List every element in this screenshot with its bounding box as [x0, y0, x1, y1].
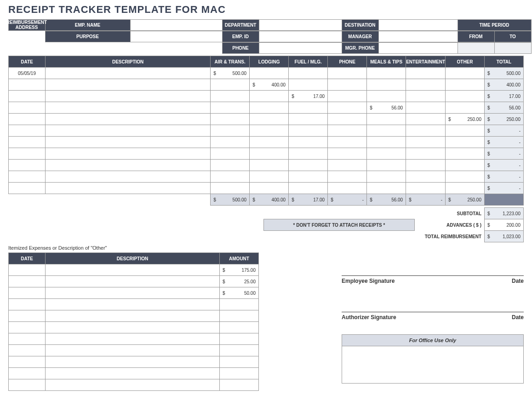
cell-description[interactable] [46, 102, 211, 114]
cell-amount[interactable]: $50.00 [220, 287, 259, 299]
cell-date[interactable] [9, 333, 46, 345]
cell-fuel[interactable] [289, 183, 328, 194]
cell-lodging[interactable] [250, 68, 289, 79]
cell-ent[interactable] [406, 125, 446, 137]
cell-description[interactable] [46, 79, 211, 91]
input-department[interactable] [259, 19, 342, 31]
cell-amount[interactable] [220, 345, 259, 356]
cell-ent[interactable] [406, 91, 446, 102]
cell-air[interactable] [211, 171, 250, 183]
value-advances[interactable]: $200.00 [485, 219, 524, 231]
cell-lodging[interactable] [250, 160, 289, 171]
cell-air[interactable] [211, 183, 250, 194]
cell-meals[interactable] [367, 91, 406, 102]
cell-date[interactable] [9, 310, 46, 322]
input-mgr-phone[interactable] [378, 42, 458, 54]
cell-phone[interactable] [328, 183, 367, 194]
cell-description[interactable] [46, 264, 220, 276]
cell-other[interactable]: $250.00 [446, 114, 485, 125]
cell-amount[interactable] [220, 356, 259, 368]
cell-ent[interactable] [406, 137, 446, 148]
cell-date[interactable] [9, 299, 46, 310]
cell-other[interactable] [446, 102, 485, 114]
cell-date[interactable] [9, 171, 46, 183]
cell-meals[interactable] [367, 79, 406, 91]
cell-date[interactable] [9, 102, 46, 114]
cell-description[interactable] [46, 125, 211, 137]
cell-ent[interactable] [406, 148, 446, 160]
cell-date[interactable] [9, 114, 46, 125]
cell-date[interactable] [9, 264, 46, 276]
cell-other[interactable] [446, 183, 485, 194]
cell-meals[interactable] [367, 114, 406, 125]
cell-date[interactable] [9, 356, 46, 368]
cell-description[interactable] [46, 160, 211, 171]
cell-date[interactable] [9, 345, 46, 356]
cell-phone[interactable] [328, 91, 367, 102]
cell-other[interactable] [446, 125, 485, 137]
cell-date[interactable] [9, 276, 46, 287]
cell-lodging[interactable] [250, 148, 289, 160]
cell-description[interactable] [46, 379, 220, 391]
cell-air[interactable]: $500.00 [211, 68, 250, 79]
cell-description[interactable] [46, 345, 220, 356]
cell-ent[interactable] [406, 171, 446, 183]
cell-date[interactable] [9, 368, 46, 379]
cell-air[interactable] [211, 102, 250, 114]
cell-amount[interactable] [220, 322, 259, 333]
cell-air[interactable] [211, 160, 250, 171]
cell-meals[interactable]: $56.00 [367, 102, 406, 114]
cell-description[interactable] [46, 183, 211, 194]
cell-lodging[interactable] [250, 91, 289, 102]
cell-meals[interactable] [367, 148, 406, 160]
cell-phone[interactable] [328, 160, 367, 171]
cell-description[interactable] [46, 171, 211, 183]
cell-phone[interactable] [328, 137, 367, 148]
cell-ent[interactable] [406, 79, 446, 91]
cell-meals[interactable] [367, 137, 406, 148]
cell-amount[interactable] [220, 368, 259, 379]
cell-description[interactable] [46, 322, 220, 333]
cell-lodging[interactable] [250, 114, 289, 125]
cell-phone[interactable] [328, 114, 367, 125]
cell-fuel[interactable] [289, 102, 328, 114]
cell-description[interactable] [46, 333, 220, 345]
office-use-body[interactable] [342, 346, 523, 383]
cell-description[interactable] [46, 368, 220, 379]
cell-ent[interactable] [406, 68, 446, 79]
cell-lodging[interactable] [250, 171, 289, 183]
cell-air[interactable] [211, 91, 250, 102]
cell-other[interactable] [446, 91, 485, 102]
cell-lodging[interactable] [250, 102, 289, 114]
cell-description[interactable] [46, 310, 220, 322]
cell-ent[interactable] [406, 102, 446, 114]
cell-phone[interactable] [328, 125, 367, 137]
cell-lodging[interactable]: $400.00 [250, 79, 289, 91]
cell-description[interactable] [46, 114, 211, 125]
input-from-date[interactable] [458, 42, 495, 54]
cell-description[interactable] [46, 68, 211, 79]
cell-air[interactable] [211, 125, 250, 137]
cell-lodging[interactable] [250, 183, 289, 194]
cell-description[interactable] [46, 356, 220, 368]
cell-meals[interactable] [367, 160, 406, 171]
cell-amount[interactable]: $25.00 [220, 276, 259, 287]
cell-lodging[interactable] [250, 137, 289, 148]
cell-ent[interactable] [406, 183, 446, 194]
cell-fuel[interactable] [289, 68, 328, 79]
cell-fuel[interactable] [289, 125, 328, 137]
cell-amount[interactable] [220, 299, 259, 310]
cell-description[interactable] [46, 91, 211, 102]
cell-lodging[interactable] [250, 125, 289, 137]
cell-air[interactable] [211, 79, 250, 91]
input-emp-id[interactable] [259, 31, 342, 42]
input-to-date[interactable] [494, 42, 532, 54]
cell-fuel[interactable] [289, 114, 328, 125]
cell-date[interactable] [9, 379, 46, 391]
cell-date[interactable] [9, 287, 46, 299]
cell-meals[interactable] [367, 125, 406, 137]
cell-amount[interactable]: $175.00 [220, 264, 259, 276]
cell-description[interactable] [46, 148, 211, 160]
cell-phone[interactable] [328, 171, 367, 183]
cell-ent[interactable] [406, 160, 446, 171]
